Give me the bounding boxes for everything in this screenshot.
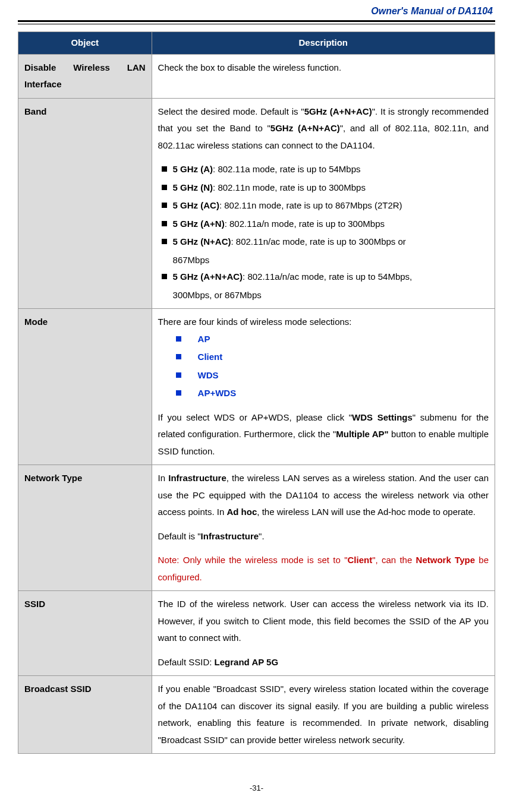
rule-thick [18,20,495,22]
obj-band: Band [18,98,152,309]
desc-network-type: In Infrastructure, the wireless LAN serv… [152,465,495,591]
col-object: Object [18,32,152,55]
page-header: Owner's Manual of DA1104 [18,6,495,20]
bullet-icon [162,239,167,244]
page-number: -31- [18,783,495,792]
rule-thin [18,24,495,24]
bullet-icon [176,390,181,396]
table-row: Network Type In Infrastructure, the wire… [18,465,495,591]
bullet-icon [162,166,167,172]
bullet-icon [176,354,181,359]
obj-network-type: Network Type [18,465,152,591]
desc-broadcast-ssid: If you enable "Broadcast SSID", every wi… [152,676,495,754]
obj-disable-wlan: DisableWirelessLAN Interface [18,54,152,98]
table-row: DisableWirelessLAN Interface Check the b… [18,54,495,98]
obj-ssid: SSID [18,591,152,676]
bullet-icon [162,203,167,208]
desc-band: Select the desired mode. Default is "5GH… [152,98,495,309]
config-table: Object Description DisableWirelessLAN In… [18,31,495,754]
table-header-row: Object Description [18,32,495,55]
obj-broadcast-ssid: Broadcast SSID [18,676,152,754]
bullet-icon [162,185,167,190]
desc-disable-wlan: Check the box to disable the wireless fu… [152,54,495,98]
bullet-icon [176,372,181,378]
bullet-icon [176,336,181,342]
desc-ssid: The ID of the wireless network. User can… [152,591,495,676]
table-row: Broadcast SSID If you enable "Broadcast … [18,676,495,754]
table-row: SSID The ID of the wireless network. Use… [18,591,495,676]
obj-mode: Mode [18,309,152,465]
bullet-icon [162,221,167,226]
desc-mode: There are four kinds of wireless mode se… [152,309,495,465]
table-row: Mode There are four kinds of wireless mo… [18,309,495,465]
bullet-icon [162,274,167,279]
table-row: Band Select the desired mode. Default is… [18,98,495,309]
col-description: Description [152,32,495,55]
